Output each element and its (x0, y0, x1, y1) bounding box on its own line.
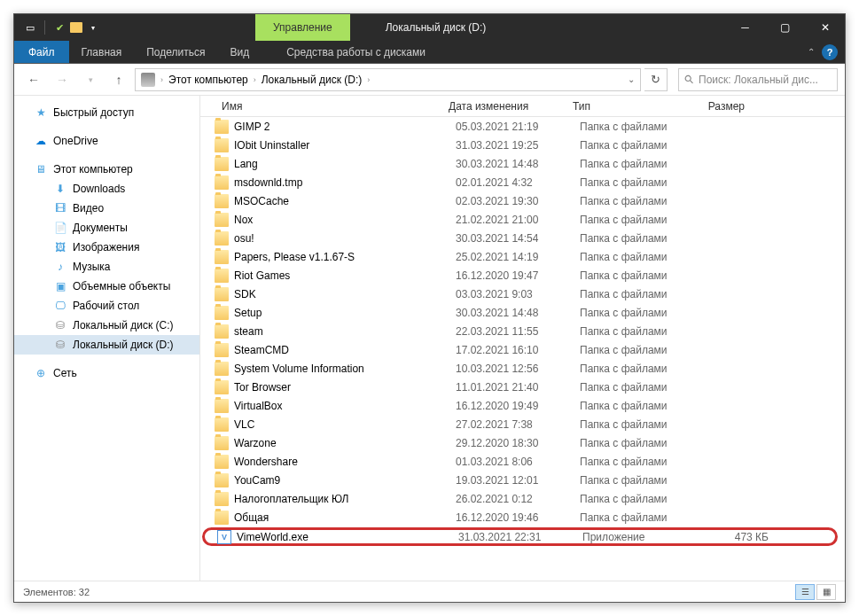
ribbon-tab-home[interactable]: Главная (69, 41, 135, 63)
file-row[interactable]: Общая16.12.2020 19:46Папка с файлами (200, 508, 845, 526)
column-type[interactable]: Тип (566, 100, 681, 113)
file-row[interactable]: VLC27.02.2021 7:38Папка с файлами (200, 415, 845, 433)
file-row[interactable]: IObit Uninstaller31.03.2021 19:25Папка с… (200, 136, 845, 154)
file-row[interactable]: GIMP 205.03.2021 21:19Папка с файлами (200, 117, 845, 136)
breadcrumb-drive[interactable]: Локальный диск (D:) (262, 74, 363, 86)
file-name: Nox (234, 214, 456, 226)
minimize-button[interactable]: ─ (725, 14, 765, 41)
cloud-icon: ☁ (34, 134, 48, 148)
properties-icon[interactable]: ▭ (21, 19, 39, 36)
recent-dropdown-icon[interactable]: ▾ (78, 67, 103, 92)
sidebar-item[interactable]: ▣Объемные объекты (14, 277, 199, 296)
file-date: 21.02.2021 21:00 (456, 214, 580, 226)
file-type: Приложение (582, 531, 698, 543)
column-date[interactable]: Дата изменения (441, 100, 566, 113)
sidebar-item[interactable]: ⬇Downloads (14, 179, 199, 199)
search-input[interactable]: ⚲ Поиск: Локальный дис... (678, 68, 838, 91)
3d-icon: ▣ (53, 279, 67, 293)
file-type: Папка с файлами (580, 139, 695, 152)
sidebar-item-label: Объемные объекты (73, 280, 170, 292)
sidebar-item[interactable]: ⛁Локальный диск (C:) (14, 316, 199, 335)
file-date: 11.01.2021 21:40 (456, 381, 580, 394)
chevron-right-icon[interactable]: › (367, 75, 370, 84)
column-size[interactable]: Размер (681, 100, 752, 113)
folder-icon (215, 455, 229, 469)
sidebar-item[interactable]: 🖵Рабочий стол (14, 296, 199, 316)
forward-button[interactable]: → (50, 67, 74, 92)
file-row[interactable]: VVimeWorld.exe31.03.2021 22:31Приложение… (202, 527, 838, 546)
file-name: MSOCache (234, 195, 456, 207)
file-row[interactable]: steam22.03.2021 11:55Папка с файлами (200, 322, 845, 340)
navigation-bar: ← → ▾ ↑ › Этот компьютер › Локальный дис… (14, 64, 845, 96)
ribbon-tab-drive-tools[interactable]: Средства работы с дисками (274, 41, 438, 63)
file-row[interactable]: Wondershare01.03.2021 8:06Папка с файлам… (200, 452, 845, 471)
file-date: 31.03.2021 19:25 (456, 139, 580, 152)
file-type: Папка с файлами (580, 418, 695, 431)
close-button[interactable]: ✕ (805, 14, 845, 41)
check-icon[interactable]: ✔ (51, 19, 68, 36)
file-row[interactable]: Papers, Please v1.1.67-S25.02.2021 14:19… (200, 247, 845, 266)
folder-icon (215, 436, 229, 450)
file-type: Папка с файлами (580, 474, 695, 487)
help-button[interactable]: ? (822, 44, 838, 60)
chevron-right-icon[interactable]: › (254, 75, 256, 84)
file-row[interactable]: Nox21.02.2021 21:00Папка с файлами (200, 210, 845, 229)
ribbon-collapse-icon[interactable]: ⌃ (808, 47, 815, 57)
file-row[interactable]: YouCam919.03.2021 12:01Папка с файлами (200, 471, 845, 489)
back-button[interactable]: ← (21, 67, 46, 92)
file-type: Папка с файлами (580, 511, 695, 524)
file-name: Riot Games (234, 269, 456, 282)
file-row[interactable]: SteamCMD17.02.2021 16:10Папка с файлами (200, 340, 845, 359)
file-row[interactable]: osu!30.03.2021 14:54Папка с файлами (200, 229, 845, 247)
file-date: 30.03.2021 14:48 (456, 307, 580, 319)
folder-icon[interactable] (70, 22, 82, 33)
file-name: Lang (234, 158, 456, 170)
file-row[interactable]: msdownld.tmp02.01.2021 4:32Папка с файла… (200, 173, 845, 191)
chevron-right-icon[interactable]: › (160, 75, 163, 84)
folder-icon (215, 231, 229, 246)
content-area: Имя Дата изменения Тип Размер GIMP 205.0… (200, 96, 845, 581)
qat-dropdown-icon[interactable]: ▾ (84, 19, 102, 36)
ribbon-file-tab[interactable]: Файл (14, 41, 69, 63)
sidebar-network[interactable]: ⊕ Сеть (14, 363, 199, 383)
address-dropdown-icon[interactable]: ⌄ (628, 74, 635, 84)
file-row[interactable]: VirtualBox16.12.2020 19:49Папка с файлам… (200, 396, 845, 415)
sidebar-quick-access[interactable]: ★ Быстрый доступ (14, 103, 199, 122)
maximize-button[interactable]: ▢ (765, 14, 805, 41)
ribbon-tab-view[interactable]: Вид (217, 41, 262, 63)
image-icon: 🖼 (53, 240, 67, 254)
sidebar-onedrive[interactable]: ☁ OneDrive (14, 131, 199, 151)
star-icon: ★ (34, 105, 48, 120)
thumbnails-view-button[interactable]: ▦ (816, 584, 836, 600)
sidebar-item[interactable]: 🖼Изображения (14, 238, 199, 257)
file-date: 16.12.2020 19:46 (456, 511, 580, 524)
ribbon-tab-share[interactable]: Поделиться (134, 41, 217, 63)
folder-icon (215, 492, 229, 506)
address-bar[interactable]: › Этот компьютер › Локальный диск (D:) ›… (135, 68, 641, 91)
sidebar-this-pc[interactable]: 🖥 Этот компьютер (14, 160, 199, 179)
disk-icon: ⛁ (53, 318, 67, 332)
sidebar-item[interactable]: ♪Музыка (14, 257, 199, 277)
file-row[interactable]: SDK03.03.2021 9:03Папка с файлами (200, 285, 845, 303)
refresh-button[interactable]: ↻ (644, 68, 668, 91)
file-row[interactable]: System Volume Information10.03.2021 12:5… (200, 359, 845, 378)
doc-icon: 📄 (53, 221, 67, 235)
sidebar-item[interactable]: ⛁Локальный диск (D:) (14, 335, 199, 355)
file-row[interactable]: Warzone29.12.2020 18:30Папка с файлами (200, 433, 845, 452)
details-view-button[interactable]: ☰ (795, 584, 815, 600)
file-row[interactable]: Tor Browser11.01.2021 21:40Папка с файла… (200, 378, 845, 396)
file-row[interactable]: MSOCache02.03.2021 19:30Папка с файлами (200, 191, 845, 210)
file-row[interactable]: Налогоплательщик ЮЛ26.02.2021 0:12Папка … (200, 489, 845, 508)
folder-icon (215, 157, 229, 171)
sidebar-item-label: Документы (73, 222, 128, 234)
breadcrumb-this-pc[interactable]: Этот компьютер (168, 74, 248, 86)
file-row[interactable]: Setup30.03.2021 14:48Папка с файлами (200, 303, 845, 322)
file-row[interactable]: Riot Games16.12.2020 19:47Папка с файлам… (200, 266, 845, 285)
column-name[interactable]: Имя (215, 100, 441, 113)
file-date: 31.03.2021 22:31 (458, 531, 582, 543)
sidebar-item[interactable]: 📄Документы (14, 218, 199, 238)
file-type: Папка с файлами (580, 176, 695, 189)
up-button[interactable]: ↑ (106, 67, 131, 92)
file-row[interactable]: Lang30.03.2021 14:48Папка с файлами (200, 154, 845, 173)
sidebar-item[interactable]: 🎞Видео (14, 199, 199, 218)
